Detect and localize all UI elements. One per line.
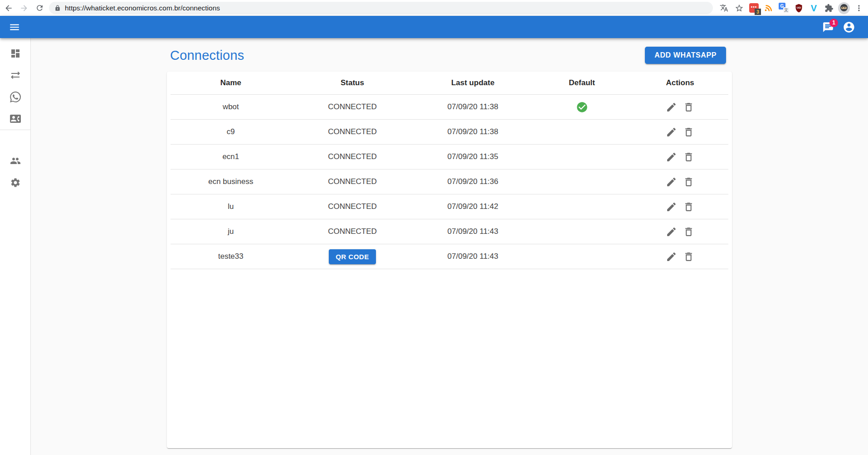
column-header: Last update <box>414 72 532 95</box>
connection-name: teste33 <box>218 252 244 261</box>
svg-text:UO: UO <box>797 6 801 9</box>
page-title: Connections <box>170 48 244 63</box>
connection-name: ecn business <box>208 177 253 186</box>
sync-alt-icon <box>10 70 21 81</box>
address-bar[interactable]: https://whaticket.economicros.com.br/con… <box>49 2 713 14</box>
table-row: wbot CONNECTED 07/09/20 11:38 <box>171 95 728 120</box>
table-header-row: NameStatusLast updateDefaultActions <box>171 72 728 95</box>
pencil-icon <box>666 151 677 163</box>
connection-name: wbot <box>223 102 239 111</box>
main-content: Connections ADD WHATSAPP NameStatusLast … <box>31 38 868 455</box>
browser-menu-icon[interactable] <box>851 1 866 15</box>
extensions-puzzle-icon[interactable] <box>821 1 836 15</box>
sidebar <box>0 38 31 455</box>
people-icon <box>10 155 21 166</box>
trash-icon <box>683 102 694 113</box>
translate-page-icon[interactable] <box>717 1 731 15</box>
trash-icon <box>683 151 694 163</box>
delete-button[interactable] <box>681 199 697 214</box>
connections-table: NameStatusLast updateDefaultActions wbot… <box>171 72 728 269</box>
delete-button[interactable] <box>681 224 697 239</box>
qr-code-button[interactable]: QR CODE <box>329 249 376 264</box>
table-row: teste33 QR CODE 07/09/20 11:43 <box>171 244 728 269</box>
messages-button[interactable]: 1 <box>819 18 837 36</box>
profile-avatar[interactable] <box>836 1 851 15</box>
trash-icon <box>683 126 694 138</box>
table-row: lu CONNECTED 07/09/20 11:42 <box>171 194 728 219</box>
sidebar-item-users[interactable] <box>0 150 31 172</box>
trash-icon <box>683 201 694 213</box>
toolbar-extensions: ••• 3 G文 UO V <box>717 1 866 15</box>
sidebar-item-contacts[interactable] <box>0 108 31 130</box>
sidebar-item-dashboard[interactable] <box>0 43 31 64</box>
ublock-origin-extension-icon[interactable]: UO <box>791 1 806 15</box>
padlock-icon <box>54 5 61 11</box>
edit-button[interactable] <box>663 99 679 115</box>
settings-gear-icon <box>10 177 21 188</box>
url-text: https://whaticket.economicros.com.br/con… <box>65 4 220 12</box>
page-header: Connections ADD WHATSAPP <box>167 46 732 64</box>
reload-button[interactable] <box>32 1 47 15</box>
back-button[interactable] <box>1 1 16 15</box>
edit-button[interactable] <box>663 124 679 140</box>
hamburger-icon <box>9 21 20 33</box>
browser-toolbar: https://whaticket.economicros.com.br/con… <box>0 0 868 16</box>
table-row: ju CONNECTED 07/09/20 11:43 <box>171 219 728 244</box>
connection-name: lu <box>228 202 234 211</box>
last-update: 07/09/20 11:43 <box>448 227 498 236</box>
sidebar-item-connections[interactable] <box>0 86 31 108</box>
last-update: 07/09/20 11:35 <box>448 152 498 161</box>
last-update: 07/09/20 11:43 <box>448 252 498 261</box>
vimeo-extension-icon[interactable]: V <box>806 1 821 15</box>
trash-icon <box>683 176 694 188</box>
forward-arrow-icon <box>20 4 29 13</box>
rss-extension-icon[interactable] <box>761 1 776 15</box>
pencil-icon <box>666 176 677 188</box>
edit-button[interactable] <box>663 174 679 189</box>
delete-button[interactable] <box>681 149 697 165</box>
delete-button[interactable] <box>681 249 697 264</box>
connection-status: CONNECTED <box>328 127 377 136</box>
column-header: Name <box>171 72 291 95</box>
sidebar-item-tickets[interactable] <box>0 64 31 86</box>
connection-status: CONNECTED <box>328 152 377 161</box>
pencil-icon <box>666 251 677 262</box>
red-dots-icon: ••• 3 <box>749 3 759 13</box>
pencil-icon <box>666 126 677 138</box>
add-whatsapp-button[interactable]: ADD WHATSAPP <box>645 47 726 64</box>
contact-phone-icon <box>10 113 21 124</box>
edit-button[interactable] <box>663 149 679 165</box>
menu-hamburger-button[interactable] <box>5 18 24 36</box>
connection-name: c9 <box>227 127 235 136</box>
dashboard-icon <box>10 48 21 59</box>
bookmark-star-icon[interactable] <box>731 1 746 15</box>
google-translate-extension-icon[interactable]: G文 <box>776 1 791 15</box>
connection-name: ecn1 <box>222 152 239 161</box>
account-button[interactable] <box>840 18 858 36</box>
trash-icon <box>683 226 694 237</box>
forward-button[interactable] <box>16 1 32 15</box>
connection-status: CONNECTED <box>328 177 377 186</box>
messages-badge: 1 <box>829 19 838 27</box>
connection-status: CONNECTED <box>328 202 377 211</box>
table-body: wbot CONNECTED 07/09/20 11:38 c9 CONNECT… <box>171 95 728 269</box>
pencil-icon <box>666 102 677 113</box>
whatsapp-icon <box>10 92 21 102</box>
connection-name: ju <box>228 227 234 236</box>
delete-button[interactable] <box>681 124 697 140</box>
red-messages-extension-icon[interactable]: ••• 3 <box>746 1 761 15</box>
app-bar: 1 <box>0 16 868 38</box>
delete-button[interactable] <box>681 174 697 189</box>
last-update: 07/09/20 11:36 <box>448 177 498 186</box>
table-row: ecn1 CONNECTED 07/09/20 11:35 <box>171 145 728 169</box>
sidebar-item-settings[interactable] <box>0 172 31 194</box>
edit-button[interactable] <box>663 224 679 239</box>
edit-button[interactable] <box>663 199 679 214</box>
table-row: ecn business CONNECTED 07/09/20 11:36 <box>171 169 728 194</box>
delete-button[interactable] <box>681 99 697 115</box>
back-arrow-icon <box>4 4 13 13</box>
column-header: Actions <box>632 72 728 95</box>
connection-status: CONNECTED <box>328 102 377 111</box>
edit-button[interactable] <box>663 249 679 264</box>
connections-card: NameStatusLast updateDefaultActions wbot… <box>167 72 732 448</box>
